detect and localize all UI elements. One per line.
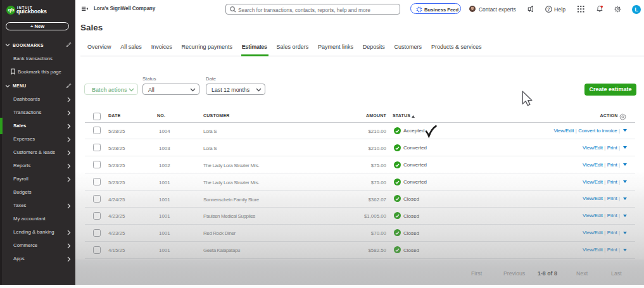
svg-text:?: ? <box>547 7 550 11</box>
